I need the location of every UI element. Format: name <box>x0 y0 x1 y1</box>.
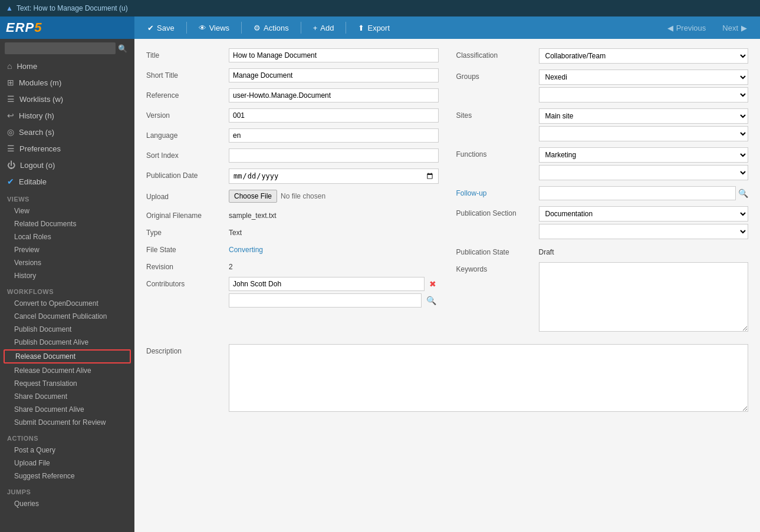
home-icon: ⌂ <box>7 61 12 71</box>
functions-select-2[interactable] <box>539 165 749 180</box>
previous-button[interactable]: ◀ Previous <box>660 21 713 35</box>
sites-select-2[interactable] <box>539 126 749 141</box>
pub-section-control: Documentation <box>539 206 749 239</box>
groups-select-2[interactable] <box>539 87 749 103</box>
sidebar-item-editable[interactable]: ✔ Editable <box>0 173 134 190</box>
sidebar-jump-queries[interactable]: Queries <box>0 497 134 510</box>
sidebar-wf-cancel-pub[interactable]: Cancel Document Publication <box>0 310 134 323</box>
description-control <box>229 344 748 414</box>
history-icon: ↩ <box>7 111 14 120</box>
pub-date-control <box>229 168 439 184</box>
contributor-1-remove-button[interactable]: ✖ <box>427 278 439 290</box>
next-button[interactable]: Next ▶ <box>715 21 754 35</box>
pub-state-row: Publication State Draft <box>456 245 749 256</box>
functions-select-1[interactable]: Marketing <box>539 147 749 163</box>
sort-index-input[interactable] <box>229 148 439 163</box>
reference-input[interactable] <box>229 88 439 103</box>
sidebar-wf-share[interactable]: Share Document <box>0 390 134 403</box>
sidebar-action-upload-file[interactable]: Upload File <box>0 457 134 470</box>
sidebar-views-versions[interactable]: Versions <box>0 256 134 269</box>
sidebar-wf-convert[interactable]: Convert to OpenDocument <box>0 297 134 310</box>
sidebar-item-history[interactable]: ↩ History (h) <box>0 107 134 124</box>
reference-row: Reference <box>146 88 439 103</box>
prev-icon: ◀ <box>667 24 673 32</box>
groups-select-1-wrap: Nexedi <box>539 70 749 85</box>
upload-label: Upload <box>146 190 229 201</box>
sidebar-views-preview[interactable]: Preview <box>0 243 134 256</box>
top-bar-arrow: ▲ <box>6 4 13 12</box>
keywords-textarea[interactable] <box>539 262 749 332</box>
sidebar-wf-release[interactable]: Release Document <box>4 349 131 364</box>
views-button[interactable]: 👁 Views <box>192 21 236 35</box>
contributor-2-search-button[interactable]: 🔍 <box>424 295 439 306</box>
language-label: Language <box>146 128 229 140</box>
sites-select-1[interactable]: Main site <box>539 108 749 124</box>
revision-value: 2 <box>229 260 439 271</box>
sidebar-views-local-roles[interactable]: Local Roles <box>0 230 134 243</box>
sites-label: Sites <box>456 108 539 120</box>
sidebar-views-related-docs[interactable]: Related Documents <box>0 217 134 230</box>
groups-select-1[interactable]: Nexedi <box>539 70 749 85</box>
add-button[interactable]: + Add <box>306 21 341 35</box>
section-jumps-header: JUMPS <box>0 485 134 497</box>
search-button[interactable]: 🔍 <box>116 43 130 54</box>
pub-state-control: Draft <box>539 245 749 256</box>
sidebar-item-preferences[interactable]: ☰ Preferences <box>0 140 134 157</box>
revision-control: 2 <box>229 260 439 271</box>
actions-button[interactable]: ⚙ Actions <box>246 21 296 35</box>
export-button[interactable]: ⬆ Export <box>351 21 397 35</box>
classification-select[interactable]: Collaborative/Team <box>539 48 749 64</box>
contributors-row: Contributors ✖ 🔍 <box>146 277 439 310</box>
language-input[interactable] <box>229 128 439 143</box>
contributor-1-row: ✖ <box>229 277 439 291</box>
followup-search-button[interactable]: 🔍 <box>738 189 748 198</box>
classification-row: Classification Collaborative/Team <box>456 48 749 64</box>
upload-row: Upload Choose File No file chosen <box>146 190 439 203</box>
version-input[interactable] <box>229 108 439 123</box>
sidebar-action-suggest-ref[interactable]: Suggest Reference <box>0 470 134 483</box>
title-label: Title <box>146 48 229 60</box>
title-input[interactable] <box>229 48 439 62</box>
title-control <box>229 48 439 62</box>
functions-label: Functions <box>456 147 539 158</box>
orig-filename-value: sample_text.txt <box>229 209 439 220</box>
choose-file-button[interactable]: Choose File <box>229 190 277 203</box>
sidebar-item-logout[interactable]: ⏻ Logout (o) <box>0 157 134 173</box>
pub-section-row: Publication Section Documentation <box>456 206 749 239</box>
search-nav-icon: ◎ <box>7 127 14 137</box>
sites-select-1-wrap: Main site <box>539 108 749 124</box>
sidebar-views-view[interactable]: View <box>0 204 134 217</box>
version-control <box>229 108 439 123</box>
contributor-1-input[interactable] <box>229 277 425 291</box>
sidebar-wf-submit-review[interactable]: Submit Document for Review <box>0 416 134 429</box>
sidebar-item-home[interactable]: ⌂ Home <box>0 58 134 74</box>
description-textarea[interactable] <box>229 344 748 412</box>
pub-section-select-2[interactable] <box>539 224 749 239</box>
save-button[interactable]: ✔ Save <box>140 21 182 35</box>
sidebar-wf-request-translation[interactable]: Request Translation <box>0 377 134 390</box>
sidebar-wf-release-alive[interactable]: Release Document Alive <box>0 364 134 377</box>
sidebar-item-search[interactable]: ◎ Search (s) <box>0 124 134 140</box>
sidebar-wf-publish-alive[interactable]: Publish Document Alive <box>0 336 134 349</box>
pub-date-label: Publication Date <box>146 168 229 180</box>
followup-input[interactable] <box>539 186 736 200</box>
form-left-col: Title Short Title Reference <box>146 48 439 339</box>
functions-select-1-wrap: Marketing <box>539 147 749 163</box>
search-input[interactable] <box>5 42 116 54</box>
sidebar-action-post-query[interactable]: Post a Query <box>0 444 134 457</box>
type-value: Text <box>229 226 439 237</box>
sidebar-views-history[interactable]: History <box>0 269 134 282</box>
contributor-2-input[interactable] <box>229 293 422 308</box>
sidebar-item-modules[interactable]: ⊞ Modules (m) <box>0 74 134 91</box>
short-title-row: Short Title <box>146 68 439 82</box>
reference-control <box>229 88 439 103</box>
pub-date-input[interactable] <box>229 168 439 184</box>
description-row: Description <box>146 344 748 414</box>
pub-section-select-1[interactable]: Documentation <box>539 206 749 222</box>
sidebar-wf-share-alive[interactable]: Share Document Alive <box>0 403 134 416</box>
short-title-input[interactable] <box>229 68 439 82</box>
add-icon: + <box>313 24 318 32</box>
revision-row: Revision 2 <box>146 260 439 271</box>
sidebar-wf-publish[interactable]: Publish Document <box>0 323 134 336</box>
sidebar-item-worklists[interactable]: ☰ Worklists (w) <box>0 91 134 107</box>
